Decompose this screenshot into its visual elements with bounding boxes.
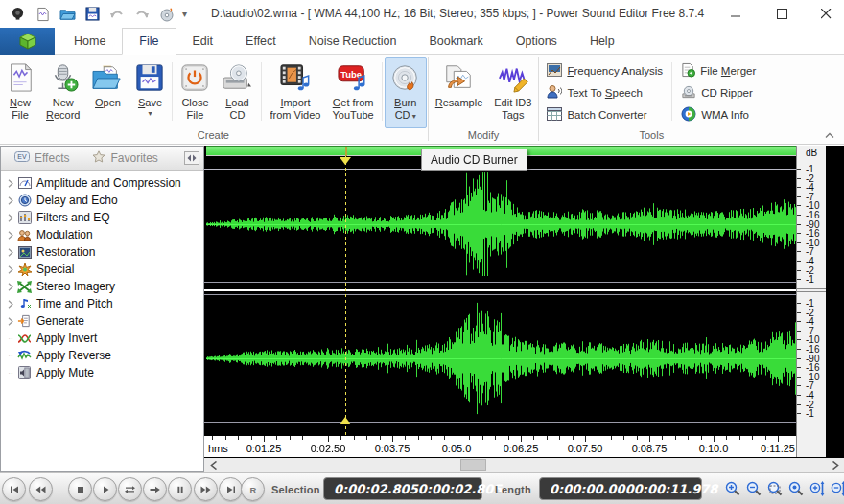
expand-arrow-icon[interactable] xyxy=(1,300,16,309)
scroll-left-icon[interactable] xyxy=(206,458,221,472)
scroll-right-icon[interactable] xyxy=(828,458,842,472)
expand-arrow-icon[interactable] xyxy=(1,317,16,326)
stop-button[interactable] xyxy=(68,477,92,501)
tree-item-apply-invert[interactable]: ··Apply Invert xyxy=(1,330,203,347)
import-from-video-button[interactable]: Importfrom Video xyxy=(264,57,326,128)
resample-button[interactable]: Resample xyxy=(430,57,489,128)
timeline-ruler[interactable]: hms 0:01.250:02.500:03.750:05.00:06.250:… xyxy=(204,436,796,457)
playhead-bottom-marker[interactable] xyxy=(340,417,351,424)
wma-info-button[interactable]: WMA Info xyxy=(678,104,759,125)
skip-start-button[interactable] xyxy=(2,477,26,501)
timeline-label: 0:07.50 xyxy=(568,443,603,454)
timeline-tick xyxy=(418,436,419,440)
tab-noise-reduction[interactable]: Noise Reduction xyxy=(293,28,413,55)
pause-button[interactable] xyxy=(168,477,192,501)
panel-tab-favorites[interactable]: Favorites xyxy=(79,150,167,166)
tree-item-stereo-imagery[interactable]: Stereo Imagery xyxy=(1,278,203,295)
tab-bookmark[interactable]: Bookmark xyxy=(413,28,500,55)
record-button[interactable]: R xyxy=(241,477,265,501)
expand-arrow-icon[interactable] xyxy=(1,283,16,291)
tab-help[interactable]: Help xyxy=(574,28,631,55)
channel-separator[interactable] xyxy=(204,289,798,291)
zoom-vertical-out-button[interactable] xyxy=(829,479,844,498)
ribbon-collapse-icon[interactable] xyxy=(825,126,834,143)
svg-text:R: R xyxy=(249,484,256,494)
tab-file[interactable]: File xyxy=(122,28,176,55)
new-file-icon[interactable] xyxy=(33,5,52,24)
fast-forward-button[interactable] xyxy=(194,477,218,501)
minimize-button[interactable] xyxy=(714,0,758,28)
tooltip-text: Audio CD Burner xyxy=(431,153,518,167)
batch-converter-button[interactable]: Batch Converter xyxy=(544,104,666,125)
expand-arrow-icon[interactable] xyxy=(1,214,16,222)
save-icon[interactable] xyxy=(82,5,102,24)
ruler-separator xyxy=(797,291,826,292)
waveform-area[interactable]: dB -1-2-4-7-10-16-90-16-10-7-4-2-1-1-2-4… xyxy=(204,146,844,472)
panel-tab-label: Favorites xyxy=(110,151,157,165)
app-logo[interactable] xyxy=(0,28,55,55)
tree-item-generate[interactable]: Generate xyxy=(1,312,203,330)
redo-icon[interactable] xyxy=(132,5,152,24)
expand-arrow-icon[interactable] xyxy=(1,179,16,188)
tree-item-delay-and-echo[interactable]: Delay and Echo xyxy=(1,192,203,209)
tab-effect[interactable]: Effect xyxy=(229,28,293,55)
burn-cd-button[interactable]: BurnCD ▾ xyxy=(385,57,427,128)
tab-edit[interactable]: Edit xyxy=(176,28,230,55)
expand-arrow-icon[interactable] xyxy=(1,265,16,274)
get-from-youtube-button[interactable]: TubeGet fromYouTube xyxy=(326,57,379,128)
tree-item-amplitude-and-compression[interactable]: Amplitude and Compression xyxy=(1,174,203,192)
zoom-in-button[interactable] xyxy=(723,479,742,498)
scrollbar-thumb[interactable] xyxy=(460,459,486,471)
tree-item-apply-reverse[interactable]: ··Apply Reverse xyxy=(1,347,203,364)
tab-home[interactable]: Home xyxy=(58,28,122,55)
new-file-button[interactable]: NewFile xyxy=(0,57,40,128)
zoom-out-button[interactable] xyxy=(744,479,763,498)
qat-dropdown-icon[interactable]: ▾ xyxy=(182,9,187,19)
horizontal-scrollbar[interactable] xyxy=(204,458,844,472)
rewind-button[interactable] xyxy=(29,477,53,501)
open-folder-icon[interactable] xyxy=(58,5,77,24)
zoom-vertical-in-button[interactable] xyxy=(808,479,827,498)
ripper-icon xyxy=(681,85,696,101)
file-merger-button[interactable]: File Merger xyxy=(678,60,759,80)
new-record-button[interactable]: NewRecord xyxy=(40,57,85,128)
expand-arrow-icon[interactable] xyxy=(1,248,16,257)
tree-item-special[interactable]: Special xyxy=(1,261,203,278)
tree-item-filters-and-eq[interactable]: Filters and EQ xyxy=(1,209,203,226)
play-button[interactable] xyxy=(93,477,117,501)
cd-ripper-button[interactable]: CD Ripper xyxy=(678,82,759,103)
tree-item-time-and-pitch[interactable]: Time and Pitch xyxy=(1,295,203,312)
speaker-icon[interactable] xyxy=(8,5,27,24)
expand-arrow-icon[interactable] xyxy=(1,231,16,240)
panel-splitter-button[interactable] xyxy=(184,151,199,165)
text-to-speech-button[interactable]: Text To Speech xyxy=(544,82,666,103)
filters-icon xyxy=(16,211,33,224)
close-button[interactable] xyxy=(804,0,844,28)
zoom-all-button[interactable] xyxy=(786,479,806,498)
loop-button[interactable] xyxy=(118,477,142,501)
tree-item-restoration[interactable]: Restoration xyxy=(1,243,203,261)
forward-button[interactable] xyxy=(143,477,167,501)
playhead-cursor[interactable] xyxy=(345,156,346,436)
open-button[interactable]: Open xyxy=(85,57,129,128)
expand-arrow-icon[interactable] xyxy=(1,196,16,205)
burn-disc-icon[interactable] xyxy=(157,5,176,24)
edit-id3-tags-button[interactable]: Edit ID3Tags xyxy=(488,57,537,128)
waveform-canvas[interactable] xyxy=(206,156,796,436)
timeline-tick xyxy=(675,436,676,440)
maximize-button[interactable] xyxy=(760,0,804,28)
tab-options[interactable]: Options xyxy=(500,28,574,55)
tree-item-modulation[interactable]: Modulation xyxy=(1,226,203,243)
skip-end-button[interactable] xyxy=(219,477,243,501)
undo-icon[interactable] xyxy=(107,5,127,24)
timeline-tick xyxy=(688,436,689,440)
panel-tab-effects[interactable]: EVEffects xyxy=(1,151,79,165)
frequency-analysis-button[interactable]: Frequency Analysis xyxy=(544,60,666,80)
close-file-button[interactable]: CloseFile xyxy=(175,57,215,128)
tree-item-apply-mute[interactable]: ··Apply Mute xyxy=(1,364,203,381)
save-button[interactable]: Save▾ xyxy=(129,57,170,128)
open-lg xyxy=(91,60,124,95)
zoom-selection-button[interactable] xyxy=(765,479,785,498)
load-cd-button[interactable]: LoadCD xyxy=(215,57,259,128)
playhead-top-marker[interactable] xyxy=(340,157,351,165)
